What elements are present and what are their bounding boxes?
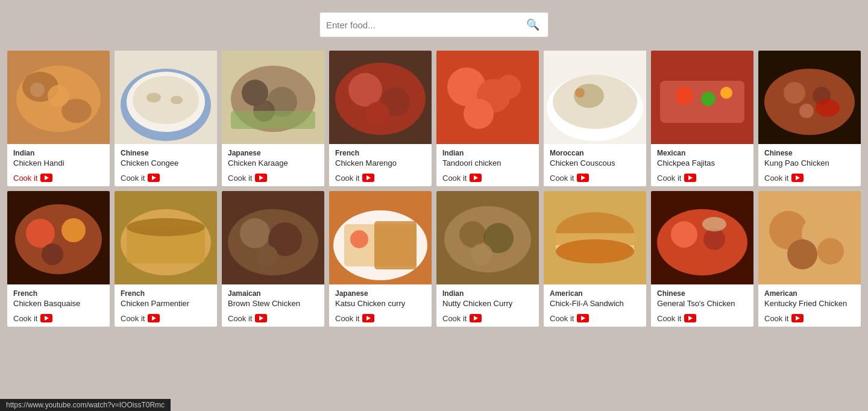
food-card: FrenchChicken ParmentierCook it [115, 191, 217, 327]
food-card-name: Kentucky Fried Chicken [764, 299, 855, 309]
food-card-image [7, 191, 110, 284]
cook-it-label: Cook it [550, 314, 574, 323]
cook-it-link[interactable]: Cook it [442, 174, 533, 183]
cook-it-label: Cook it [121, 314, 145, 323]
cook-it-label: Cook it [442, 314, 467, 323]
cook-it-label: Cook it [657, 174, 681, 183]
cook-it-label: Cook it [13, 174, 37, 183]
food-card-image [758, 51, 861, 144]
food-card-name: Brown Stew Chicken [228, 299, 318, 309]
food-card-image [651, 51, 753, 144]
youtube-icon [470, 314, 482, 322]
food-card-name: Chicken Basquaise [13, 299, 104, 309]
cook-it-label: Cook it [228, 314, 252, 323]
cook-it-label: Cook it [764, 174, 788, 183]
cook-it-link[interactable]: Cook it [657, 314, 747, 323]
food-card-name: Tandoori chicken [442, 158, 533, 169]
youtube-icon [684, 314, 696, 322]
cook-it-link[interactable]: Cook it [121, 314, 211, 323]
cook-it-link[interactable]: Cook it [550, 174, 640, 183]
food-card-image [329, 191, 432, 284]
food-card-cuisine: Japanese [335, 289, 426, 298]
food-card-image [7, 51, 110, 144]
cook-it-link[interactable]: Cook it [228, 314, 318, 323]
food-card: ChineseKung Pao ChickenCook it [758, 51, 861, 186]
food-card-cuisine: French [121, 289, 211, 298]
food-card: JamaicanBrown Stew ChickenCook it [222, 191, 324, 327]
cook-it-link[interactable]: Cook it [121, 174, 211, 183]
food-card: IndianNutty Chicken CurryCook it [436, 191, 539, 327]
food-grid: IndianChicken HandiCook itChineseChicken… [0, 48, 868, 329]
food-card-image [436, 191, 539, 284]
food-card-name: Katsu Chicken curry [335, 299, 426, 309]
search-input[interactable] [326, 20, 524, 30]
food-card: FrenchChicken BasquaiseCook it [7, 191, 110, 327]
search-icon: 🔍 [526, 19, 539, 31]
food-card-cuisine: French [335, 149, 426, 157]
food-card-image [758, 191, 861, 284]
youtube-icon [791, 174, 804, 182]
cook-it-label: Cook it [550, 174, 574, 183]
status-bar: https://www.youtube.com/watch?v=IOOissT0… [0, 399, 171, 411]
food-card-name: Chicken Parmentier [121, 299, 211, 309]
food-card-name: Chick-Fil-A Sandwich [550, 299, 640, 309]
food-card-image [329, 51, 432, 144]
food-card-name: Chicken Handi [13, 158, 104, 169]
food-card: AmericanChick-Fil-A SandwichCook it [544, 191, 646, 327]
cook-it-link[interactable]: Cook it [13, 314, 104, 323]
cook-it-label: Cook it [657, 314, 681, 323]
youtube-icon [577, 174, 589, 182]
youtube-icon [40, 314, 52, 322]
search-bar-container: 🔍 [0, 0, 868, 48]
food-card-cuisine: Indian [442, 149, 533, 157]
cook-it-link[interactable]: Cook it [764, 314, 855, 323]
cook-it-label: Cook it [335, 314, 359, 323]
food-card-cuisine: Indian [442, 289, 533, 298]
youtube-icon [362, 174, 374, 182]
food-card-name: Chicken Marengo [335, 158, 426, 169]
food-card-name: General Tso's Chicken [657, 299, 747, 309]
cook-it-link[interactable]: Cook it [13, 174, 104, 183]
food-card-image [651, 191, 753, 284]
youtube-icon [470, 174, 482, 182]
youtube-icon [255, 174, 267, 182]
food-card-image [544, 51, 646, 144]
food-card-cuisine: Chinese [764, 149, 855, 157]
cook-it-link[interactable]: Cook it [335, 174, 426, 183]
food-card: FrenchChicken MarengoCook it [329, 51, 432, 186]
cook-it-label: Cook it [764, 314, 788, 323]
food-card: MoroccanChicken CouscousCook it [544, 51, 646, 186]
food-card-name: Chicken Congee [121, 158, 211, 169]
youtube-icon [148, 174, 160, 182]
food-card: ChineseGeneral Tso's ChickenCook it [651, 191, 753, 327]
food-card-name: Nutty Chicken Curry [442, 299, 533, 309]
cook-it-link[interactable]: Cook it [550, 314, 640, 323]
youtube-icon [577, 314, 589, 322]
food-card: AmericanKentucky Fried ChickenCook it [758, 191, 861, 327]
youtube-icon [255, 314, 267, 322]
food-card-image [222, 51, 324, 144]
food-card-name: Chickpea Fajitas [657, 158, 747, 169]
food-card-name: Kung Pao Chicken [764, 158, 855, 169]
cook-it-link[interactable]: Cook it [657, 174, 747, 183]
cook-it-label: Cook it [442, 174, 467, 183]
food-card-image [115, 191, 217, 284]
search-bar: 🔍 [319, 12, 549, 37]
youtube-icon [40, 174, 52, 182]
youtube-icon [148, 314, 160, 322]
food-card: IndianChicken HandiCook it [7, 51, 110, 186]
cook-it-link[interactable]: Cook it [335, 314, 426, 323]
food-card-cuisine: Moroccan [550, 149, 640, 157]
food-card-cuisine: Mexican [657, 149, 747, 157]
food-card: ChineseChicken CongeeCook it [115, 51, 217, 186]
cook-it-link[interactable]: Cook it [228, 174, 318, 183]
cook-it-label: Cook it [13, 314, 37, 323]
cook-it-link[interactable]: Cook it [442, 314, 533, 323]
search-button[interactable]: 🔍 [524, 18, 542, 31]
food-card-name: Chicken Couscous [550, 158, 640, 169]
food-card-cuisine: Chinese [657, 289, 747, 298]
food-card-cuisine: American [550, 289, 640, 298]
cook-it-link[interactable]: Cook it [764, 174, 855, 183]
food-card-cuisine: French [13, 289, 104, 298]
food-card-cuisine: Japanese [228, 149, 318, 157]
